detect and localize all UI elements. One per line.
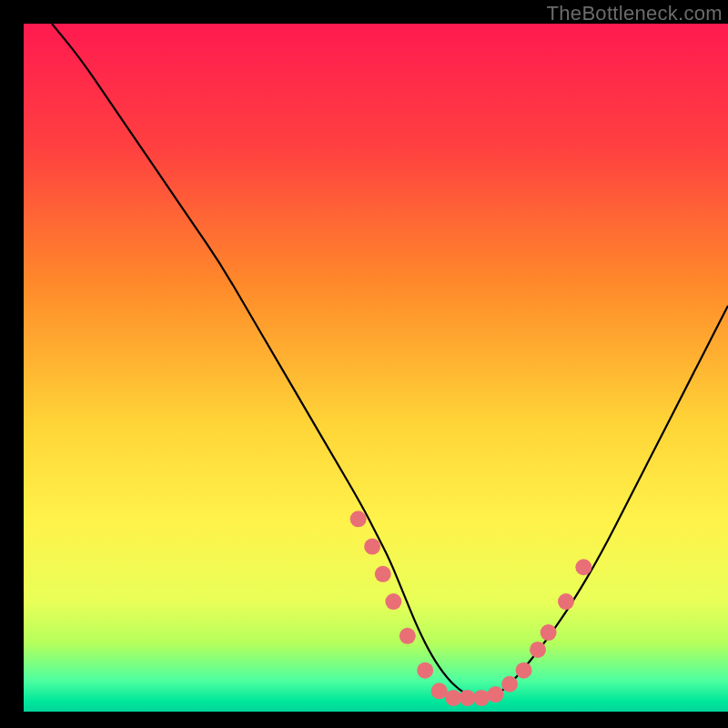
highlight-marker bbox=[541, 624, 557, 641]
highlight-marker bbox=[516, 662, 532, 679]
highlight-marker bbox=[385, 593, 401, 610]
highlight-marker bbox=[558, 593, 574, 610]
watermark-text: TheBottleneck.com bbox=[547, 2, 723, 25]
highlight-marker bbox=[399, 628, 416, 644]
highlight-marker bbox=[530, 642, 546, 658]
highlight-marker bbox=[575, 559, 592, 575]
highlight-marker bbox=[445, 690, 461, 706]
highlight-marker bbox=[460, 690, 476, 706]
highlight-marker bbox=[417, 662, 433, 679]
highlight-marker bbox=[375, 566, 391, 582]
highlight-marker bbox=[350, 511, 367, 527]
highlight-marker bbox=[488, 686, 504, 703]
highlight-marker bbox=[501, 676, 518, 693]
bottleneck-chart bbox=[0, 0, 728, 728]
highlight-marker bbox=[431, 682, 448, 699]
highlight-marker bbox=[364, 539, 380, 555]
chart-gradient-background bbox=[24, 24, 728, 712]
chart-container: TheBottleneck.com bbox=[0, 0, 728, 728]
highlight-marker bbox=[473, 690, 490, 706]
